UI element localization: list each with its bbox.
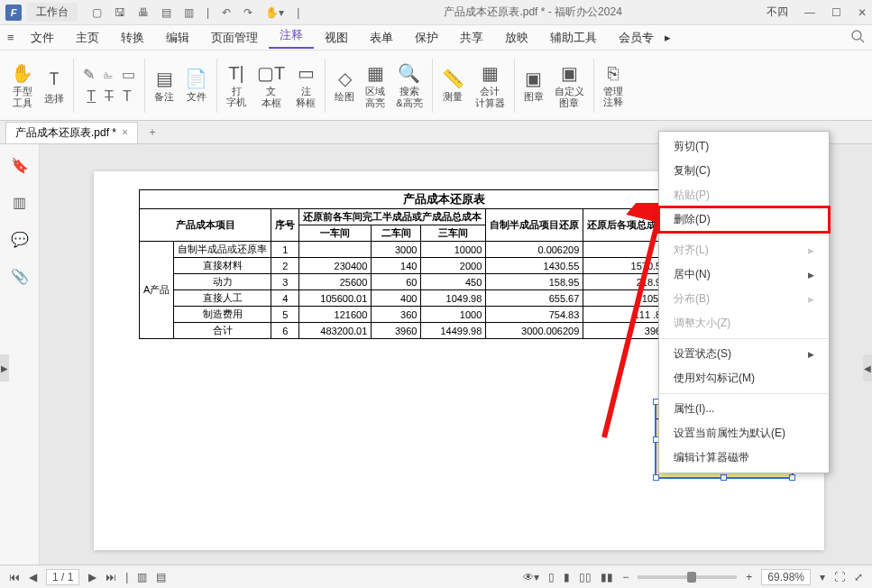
tool-area-highlight[interactable]: ▦区域 高亮	[360, 54, 390, 116]
doc-tab-active[interactable]: 产品成本还原表.pdf * ×	[5, 122, 138, 143]
page-indicator[interactable]: 1 / 1	[46, 569, 79, 585]
tool-measure[interactable]: 📏测量	[436, 54, 470, 116]
tool-select[interactable]: Ｔ选择	[39, 54, 69, 116]
single-page-icon[interactable]: ▯	[548, 571, 555, 583]
redo-icon[interactable]: ↷	[243, 6, 252, 19]
doc2-icon[interactable]: ▥	[184, 6, 194, 19]
ctx-properties[interactable]: 属性(I)...	[659, 397, 829, 421]
zoom-slider[interactable]	[638, 575, 737, 579]
doc-tab-label: 产品成本还原表.pdf *	[15, 125, 116, 141]
two-cont-icon[interactable]: ▮▮	[601, 571, 613, 583]
maximize-icon[interactable]: ☐	[831, 6, 841, 19]
hamburger-icon[interactable]: ≡	[7, 31, 14, 44]
tool-draw[interactable]: ◇绘图	[329, 54, 360, 116]
two-page-icon[interactable]: ▯▯	[579, 571, 592, 583]
print-icon[interactable]: 🖶	[138, 6, 149, 19]
menu-home[interactable]: 主页	[65, 30, 110, 46]
underline-icon[interactable]: ⎁	[104, 66, 113, 83]
ctx-set-default[interactable]: 设置当前属性为默认(E)	[659, 421, 829, 446]
tool-file[interactable]: 📄文件	[179, 54, 213, 116]
ctx-checkmark[interactable]: 使用对勾标记(M)	[659, 366, 829, 390]
view-mode-icon[interactable]: 👁▾	[523, 571, 539, 583]
zoom-out-icon[interactable]: −	[622, 571, 629, 583]
prev-page-icon[interactable]: ◀	[29, 571, 37, 583]
ctx-set-state[interactable]: 设置状态(S)	[659, 342, 829, 366]
layout-icon[interactable]: ▥	[137, 571, 147, 583]
context-menu: 剪切(T) 复制(C) 粘贴(P) 删除(D) 对齐(L) 居中(N) 分布(B…	[658, 131, 830, 473]
resize-handle[interactable]	[721, 474, 727, 481]
doc-icon[interactable]: ▤	[161, 6, 171, 19]
tool-hand[interactable]: ✋手型 工具	[5, 54, 39, 116]
attach-icon[interactable]: 📎	[11, 268, 29, 285]
tool-note[interactable]: ▤备注	[149, 54, 179, 116]
save-icon[interactable]: 🖫	[115, 6, 125, 19]
workspace-tab[interactable]: 工作台	[27, 3, 78, 22]
menu-overflow[interactable]: ▸	[665, 31, 671, 44]
ctx-edit-tape[interactable]: 编辑计算器磁带	[659, 446, 829, 470]
ctx-center[interactable]: 居中(N)	[659, 262, 829, 287]
tool-annot-box[interactable]: ▭注 释框	[290, 54, 321, 116]
collapse-right[interactable]: ◀	[863, 354, 872, 381]
tool-typewriter[interactable]: T|打 字机	[221, 54, 252, 116]
user-name[interactable]: 不四	[766, 5, 788, 20]
ctx-cut[interactable]: 剪切(T)	[659, 134, 829, 159]
svg-point-0	[852, 31, 861, 40]
undo-icon[interactable]: ↶	[222, 6, 231, 19]
pages-icon[interactable]: ▥	[13, 194, 26, 211]
first-page-icon[interactable]: ⏮	[9, 571, 20, 583]
strike-icon[interactable]: ▭	[122, 66, 135, 83]
squiggly-icon[interactable]: T	[87, 88, 96, 105]
layout2-icon[interactable]: ▤	[156, 571, 166, 583]
sep: |	[207, 6, 209, 19]
menu-slideshow[interactable]: 放映	[494, 30, 539, 46]
text-tools: ✎⎁▭ TTT	[78, 54, 141, 116]
ctx-copy[interactable]: 复制(C)	[659, 159, 829, 183]
minimize-icon[interactable]: —	[804, 6, 815, 19]
bookmark-icon[interactable]: 🔖	[11, 157, 29, 174]
fit-icon[interactable]: ⤢	[854, 571, 863, 583]
caret-icon[interactable]: T	[123, 88, 132, 105]
continuous-icon[interactable]: ▮	[564, 571, 570, 583]
highlight-icon[interactable]: ✎	[83, 66, 95, 83]
fullscreen-icon[interactable]: ⛶	[834, 571, 845, 583]
menu-page-mgmt[interactable]: 页面管理	[200, 30, 269, 46]
tool-manage-annot[interactable]: ⎘管理 注释	[598, 54, 629, 116]
menu-protect[interactable]: 保护	[404, 30, 449, 46]
menu-form[interactable]: 表单	[359, 30, 404, 46]
menu-file[interactable]: 文件	[20, 30, 65, 46]
resize-handle[interactable]	[789, 474, 795, 481]
ribbon: ✋手型 工具 Ｔ选择 ✎⎁▭ TTT ▤备注 📄文件 T|打 字机 ▢T文 本框…	[0, 51, 872, 121]
table-title: 产品成本还原表	[140, 190, 748, 209]
menu-accessibility[interactable]: 辅助工具	[539, 30, 608, 46]
search-icon[interactable]	[850, 29, 865, 46]
zoom-in-icon[interactable]: +	[746, 571, 752, 583]
hand-icon[interactable]: ✋▾	[265, 6, 284, 19]
tool-accounting-calc[interactable]: ▦会计 计算器	[470, 54, 510, 116]
open-icon[interactable]: ▢	[92, 6, 102, 19]
quick-access: ▢ 🖫 🖶 ▤ ▥ | ↶ ↷ ✋▾ |	[92, 6, 299, 19]
tool-custom-stamp[interactable]: ▣自定义 图章	[549, 54, 590, 116]
close-icon[interactable]: ✕	[858, 6, 867, 19]
collapse-left[interactable]: ▶	[0, 354, 9, 381]
svg-line-1	[860, 39, 864, 42]
last-page-icon[interactable]: ⏭	[106, 571, 116, 583]
menu-convert[interactable]: 转换	[110, 30, 155, 46]
comment-icon[interactable]: 💬	[11, 231, 29, 248]
next-page-icon[interactable]: ▶	[88, 571, 96, 583]
zoom-value[interactable]: 69.98%	[761, 569, 811, 585]
resize-handle[interactable]	[653, 474, 659, 481]
menu-annotate[interactable]: 注释	[269, 27, 314, 49]
close-tab-icon[interactable]: ×	[122, 126, 128, 139]
sep: |	[125, 571, 128, 583]
tool-stamp[interactable]: ▣图章	[519, 54, 549, 116]
menu-share[interactable]: 共享	[449, 30, 494, 46]
tool-textbox[interactable]: ▢T文 本框	[252, 54, 290, 116]
zoom-dropdown-icon[interactable]: ▾	[820, 571, 825, 583]
menu-edit[interactable]: 编辑	[155, 30, 200, 46]
strike2-icon[interactable]: T	[105, 88, 114, 105]
tool-search-highlight[interactable]: 🔍搜索 &高亮	[390, 54, 427, 116]
menu-member[interactable]: 会员专	[608, 30, 665, 46]
add-tab-icon[interactable]: ＋	[147, 124, 158, 140]
menu-view[interactable]: 视图	[314, 30, 359, 46]
ctx-delete[interactable]: 删除(D)	[659, 207, 829, 232]
